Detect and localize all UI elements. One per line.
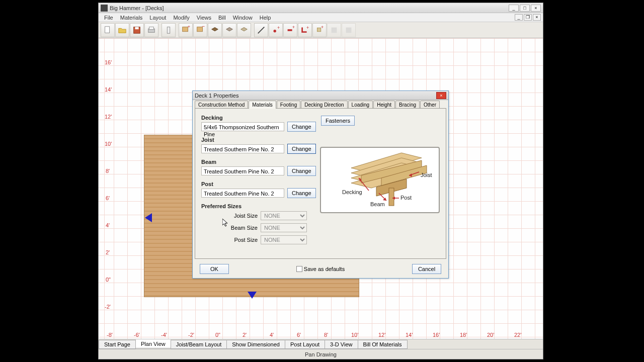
svg-text:+: + (277, 26, 280, 30)
maximize-button[interactable]: □ (520, 5, 530, 12)
post-size-select[interactable]: NONE (261, 235, 307, 244)
tab-post-layout[interactable]: Post Layout (285, 340, 325, 349)
mdi-minimize-button[interactable]: _ (515, 14, 523, 21)
ruler-x-11: 14' (406, 332, 413, 338)
diagram-joist-label: Joist (421, 172, 432, 178)
svg-text:+: + (306, 26, 309, 30)
ruler-x-7: 6' (297, 332, 301, 338)
beam-change-button[interactable]: Change (287, 166, 316, 176)
joist-size-label: Joist Size (205, 213, 261, 219)
print-icon[interactable] (144, 23, 158, 37)
svg-point-11 (274, 30, 276, 32)
line-tool-icon[interactable] (254, 23, 268, 37)
tab-height[interactable]: Height (373, 101, 395, 109)
cancel-button[interactable]: Cancel (412, 264, 441, 274)
decking-change-button[interactable]: Change (287, 122, 316, 132)
ruler-y-3: 10' (105, 141, 112, 147)
dialog-body: Fasteners Decking 5/4x6 Thompsonized Sou… (195, 108, 446, 259)
minimize-button[interactable]: _ (509, 5, 519, 12)
deck-tool-icon[interactable] (237, 23, 251, 37)
view-tabs: Start Page Plan View Joist/Beam Layout S… (99, 339, 543, 349)
tab-3d-view[interactable]: 3-D View (325, 340, 358, 349)
tab-construction-method[interactable]: Construction Method (195, 101, 248, 109)
beam-size-select[interactable]: NONE (261, 223, 307, 232)
post-change-button[interactable]: Change (287, 188, 316, 198)
mdi-restore-button[interactable]: ❐ (524, 14, 532, 21)
ruler-y-7: 2' (106, 249, 110, 255)
tab-loading[interactable]: Loading (348, 101, 373, 109)
svg-text:−: − (202, 26, 205, 29)
menu-views[interactable]: Views (193, 15, 215, 21)
menu-modify[interactable]: Modify (170, 15, 193, 21)
tab-bill-of-materials[interactable]: Bill Of Materials (358, 340, 408, 349)
joist-size-select[interactable]: NONE (261, 211, 307, 220)
menu-materials[interactable]: Materials (117, 15, 146, 21)
ruler-y-4: 8' (106, 168, 110, 174)
diagram-beam-label: Beam (370, 201, 385, 207)
dialog-titlebar[interactable]: Deck 1 Properties × (193, 91, 448, 100)
add-deck-icon[interactable]: + (179, 23, 193, 37)
ruler-x-0: -8' (107, 332, 113, 338)
tab-joist-beam-layout[interactable]: Joist/Beam Layout (171, 340, 227, 349)
disabled-tool-2-icon (342, 23, 356, 37)
ruler-y-2: 12' (105, 114, 112, 120)
tab-decking-direction[interactable]: Decking Direction (301, 101, 347, 109)
joist-change-button[interactable]: Change (287, 144, 316, 154)
ruler-x-5: 2' (243, 332, 247, 338)
ruler-x-15: 22' (514, 332, 521, 338)
tab-plan-view[interactable]: Plan View (135, 339, 171, 348)
save-defaults-label: Save as defaults (304, 266, 345, 272)
svg-rect-13 (288, 29, 292, 31)
ruler-x-9: 10' (351, 332, 358, 338)
menubar: File Materials Layout Modify Views Bill … (99, 13, 543, 22)
tab-show-dimensioned[interactable]: Show Dimensioned (226, 340, 285, 349)
beam-value: Treated Southern Pine No. 2 (201, 166, 284, 175)
toolbar: + − + + + + (99, 22, 543, 38)
new-file-icon[interactable] (101, 23, 115, 37)
svg-rect-18 (332, 27, 337, 33)
dialog-close-button[interactable]: × (436, 92, 446, 99)
deck-handle-left-icon[interactable] (145, 213, 152, 222)
svg-rect-2 (135, 27, 138, 29)
app-window: Big Hammer - [Decks] _ □ × File Material… (98, 3, 543, 359)
deck-shade-icon[interactable] (222, 23, 236, 37)
open-file-icon[interactable] (115, 23, 129, 37)
tab-footing[interactable]: Footing (277, 101, 300, 109)
tab-other[interactable]: Other (420, 101, 440, 109)
menu-layout[interactable]: Layout (146, 15, 170, 21)
canvas[interactable]: 16' 14' 12' 10' 8' 6' 4' 2' 0" -2' -8' -… (99, 38, 543, 339)
window-title: Big Hammer - [Decks] (110, 5, 509, 11)
ruler-y-8: 0" (106, 277, 111, 283)
svg-text:+: + (188, 26, 190, 29)
deck-handle-down-icon[interactable] (248, 292, 257, 299)
svg-rect-0 (105, 26, 110, 33)
ruler-x-14: 20' (487, 332, 494, 338)
add-point-icon[interactable]: + (269, 23, 283, 37)
deck-3d-icon[interactable] (208, 23, 222, 37)
close-button[interactable]: × (531, 5, 541, 12)
tab-materials[interactable]: Materials (249, 101, 276, 109)
remove-deck-icon[interactable]: − (193, 23, 207, 37)
svg-rect-4 (149, 27, 154, 29)
menu-help[interactable]: Help (256, 15, 275, 21)
fasteners-button[interactable]: Fasteners (321, 116, 355, 126)
structure-diagram: Decking Joist Beam Post (320, 147, 440, 213)
save-defaults-checkbox[interactable]: Save as defaults (296, 266, 345, 272)
menu-file[interactable]: File (101, 15, 117, 21)
ruler-x-6: 4' (270, 332, 274, 338)
ruler-x-10: 12' (378, 332, 385, 338)
add-segment-icon[interactable]: + (283, 23, 297, 37)
svg-rect-16 (317, 28, 321, 31)
ruler-x-8: 8' (324, 332, 328, 338)
tab-start-page[interactable]: Start Page (99, 340, 136, 349)
menu-window[interactable]: Window (229, 15, 256, 21)
menu-bill[interactable]: Bill (215, 15, 229, 21)
ok-button[interactable]: OK (200, 264, 229, 274)
mdi-close-button[interactable]: × (533, 14, 541, 21)
post-size-label: Post Size (205, 237, 261, 243)
save-icon[interactable] (130, 23, 144, 37)
add-post-icon[interactable]: + (312, 23, 327, 37)
wall-tool-icon[interactable] (162, 23, 176, 37)
tab-bracing[interactable]: Bracing (395, 101, 420, 109)
add-corner-icon[interactable]: + (298, 23, 312, 37)
